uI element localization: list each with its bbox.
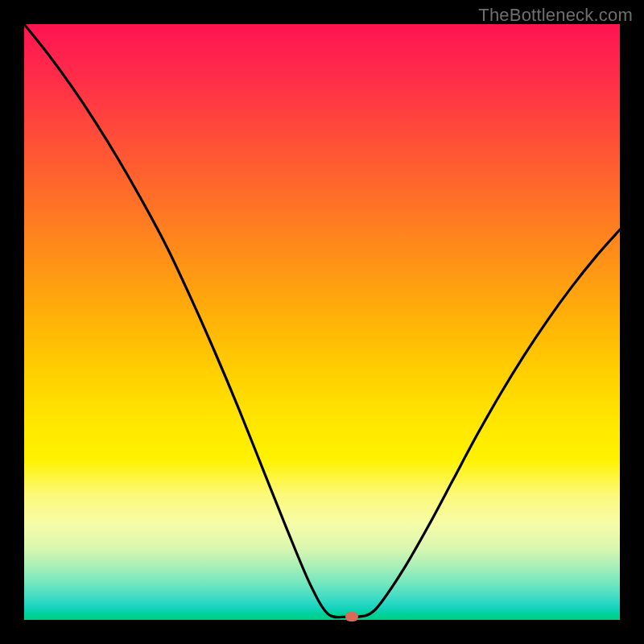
bottleneck-curve <box>24 24 620 620</box>
watermark-text: TheBottleneck.com <box>478 5 633 26</box>
optimum-marker <box>345 612 358 621</box>
plot-area <box>24 24 620 620</box>
chart-container: TheBottleneck.com <box>0 0 644 644</box>
